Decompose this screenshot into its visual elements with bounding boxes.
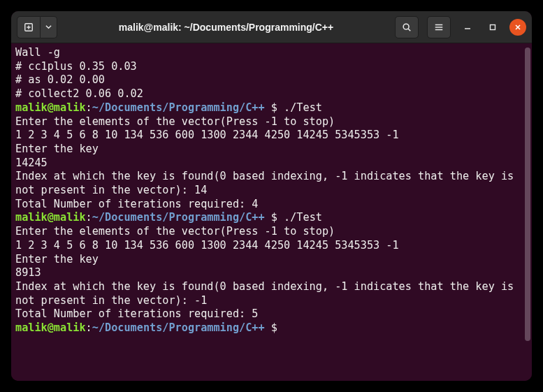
titlebar-right	[395, 16, 526, 38]
new-tab-button[interactable]	[17, 16, 41, 38]
search-button[interactable]	[395, 16, 419, 38]
terminal-window: malik@malik: ~/Documents/Programming/C++	[11, 11, 532, 381]
search-icon	[402, 22, 412, 32]
scrollbar[interactable]	[525, 48, 530, 341]
titlebar: malik@malik: ~/Documents/Programming/C++	[11, 11, 532, 43]
maximize-icon	[489, 24, 496, 31]
svg-point-3	[403, 24, 409, 29]
window-title: malik@malik: ~/Documents/Programming/C++	[63, 22, 389, 33]
minimize-button[interactable]	[459, 19, 476, 36]
menu-button[interactable]	[427, 16, 451, 38]
titlebar-left	[17, 16, 57, 38]
new-tab-split	[17, 16, 57, 38]
new-tab-menu-button[interactable]	[41, 16, 57, 38]
new-tab-icon	[24, 22, 34, 32]
svg-rect-9	[491, 24, 495, 29]
maximize-button[interactable]	[484, 19, 501, 36]
terminal-viewport[interactable]: Wall -g# cc1plus 0.35 0.03# as 0.02 0.00…	[11, 43, 532, 381]
minimize-icon	[464, 24, 471, 31]
terminal-content: Wall -g# cc1plus 0.35 0.03# as 0.02 0.00…	[15, 46, 528, 335]
close-icon	[514, 24, 521, 31]
hamburger-icon	[434, 22, 444, 32]
chevron-down-icon	[45, 24, 52, 30]
svg-line-4	[408, 29, 410, 31]
close-button[interactable]	[509, 19, 526, 36]
